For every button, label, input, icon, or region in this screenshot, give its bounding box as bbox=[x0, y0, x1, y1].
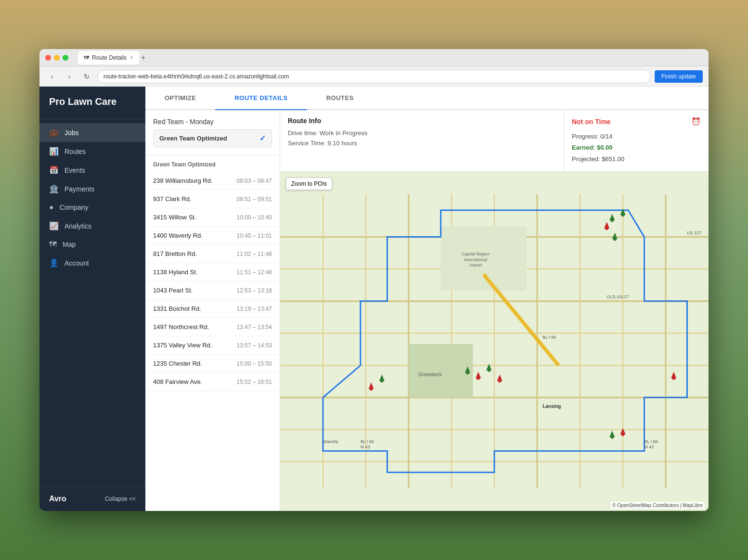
status-header: Not on Time ⏰ bbox=[572, 117, 701, 126]
analytics-icon: 📈 bbox=[49, 221, 59, 230]
list-item[interactable]: 937 Clark Rd. 08:51 – 09:51 bbox=[145, 190, 280, 208]
tab-bar: 🗺 Route Details ✕ + bbox=[78, 51, 703, 64]
check-icon: ✓ bbox=[259, 134, 266, 143]
selected-route-label: Green Team Optimized bbox=[159, 135, 227, 142]
route-address: 1497 Northcrest Rd. bbox=[153, 323, 209, 331]
sidebar-item-payments[interactable]: 🏦 Payments bbox=[39, 179, 145, 198]
content-area: Red Team - Monday Green Team Optimized ✓… bbox=[145, 110, 709, 511]
route-address: 408 Fairview Ave. bbox=[153, 378, 202, 385]
svg-text:Capital Region: Capital Region bbox=[462, 252, 490, 257]
sidebar-footer: Avro Collapse << bbox=[39, 486, 145, 511]
sidebar-item-account[interactable]: 👤 Account bbox=[39, 254, 145, 272]
tab-route-details[interactable]: ROUTE DETAILS bbox=[215, 87, 307, 110]
fullscreen-button[interactable] bbox=[63, 55, 68, 61]
finish-update-button[interactable]: Finish update bbox=[655, 70, 703, 83]
list-item[interactable]: 3415 Willow St. 10:00 – 10:40 bbox=[145, 208, 280, 227]
list-item[interactable]: 1138 Hyland St. 11:51 – 12:48 bbox=[145, 263, 280, 281]
selector-area: Red Team - Monday Green Team Optimized ✓ bbox=[145, 110, 280, 155]
list-item[interactable]: 408 Fairview Ave. 15:52 – 16:51 bbox=[145, 373, 280, 391]
svg-point-56 bbox=[672, 377, 675, 380]
sidebar-item-events[interactable]: 📅 Events bbox=[39, 161, 145, 179]
route-time: 13:57 – 14:53 bbox=[237, 342, 272, 349]
list-item[interactable]: 1400 Waverly Rd. 10:45 – 11:01 bbox=[145, 227, 280, 245]
forward-button[interactable]: › bbox=[63, 70, 76, 83]
svg-point-48 bbox=[488, 369, 491, 372]
svg-point-36 bbox=[610, 219, 614, 222]
sidebar-item-label: Account bbox=[64, 259, 89, 267]
route-time: 11:02 – 11:48 bbox=[237, 251, 272, 257]
svg-point-44 bbox=[466, 371, 469, 375]
svg-point-46 bbox=[477, 377, 480, 380]
svg-text:International: International bbox=[464, 257, 488, 262]
sidebar-divider bbox=[39, 119, 145, 119]
route-list: 238 Williamsburg Rd. 08:03 – 08:47 937 C… bbox=[145, 172, 280, 391]
main-content: OPTIMIZE ROUTE DETAILS ROUTES Red Team -… bbox=[145, 87, 709, 511]
svg-point-54 bbox=[380, 380, 384, 383]
zoom-to-pois-button[interactable]: Zoom to POIs bbox=[286, 178, 332, 190]
browser-tab[interactable]: 🗺 Route Details ✕ bbox=[78, 51, 139, 64]
progress-stat: Progress: 0/14 bbox=[572, 131, 701, 142]
svg-text:M 43: M 43 bbox=[645, 445, 654, 449]
sidebar-item-label: Events bbox=[64, 166, 85, 174]
back-button[interactable]: ‹ bbox=[45, 70, 59, 83]
tab-routes[interactable]: ROUTES bbox=[307, 87, 373, 110]
new-tab-button[interactable]: + bbox=[141, 53, 145, 62]
sidebar-item-label: Company bbox=[60, 204, 89, 211]
route-address: 1375 Valley View Rd. bbox=[153, 342, 212, 349]
close-button[interactable] bbox=[45, 55, 51, 61]
list-item[interactable]: 1043 Pearl St. 12:53 – 13:18 bbox=[145, 281, 280, 300]
sidebar-item-routes[interactable]: 📊 Routes bbox=[39, 142, 145, 161]
list-item[interactable]: 1235 Chester Rd. 15:00 – 15:50 bbox=[145, 355, 280, 373]
svg-text:US 127: US 127 bbox=[687, 230, 702, 235]
team-selector[interactable]: Green Team Optimized ✓ bbox=[153, 129, 272, 147]
account-icon: 👤 bbox=[49, 258, 59, 267]
minimize-button[interactable] bbox=[54, 55, 60, 61]
browser-toolbar: ‹ › ↻ route-tracker-web-beta.e4thnh0rkdn… bbox=[39, 66, 709, 87]
sidebar-item-analytics[interactable]: 📈 Analytics bbox=[39, 216, 145, 235]
reload-button[interactable]: ↻ bbox=[80, 70, 93, 83]
jobs-icon: 💼 bbox=[49, 128, 59, 137]
route-info-panel: Route Info Drive time: Work in Progress … bbox=[280, 110, 564, 171]
team-day-label: Red Team - Monday bbox=[153, 118, 272, 126]
route-time: 13:19 – 13:47 bbox=[237, 305, 272, 312]
address-bar[interactable]: route-tracker-web-beta.e4thnh0rkdnq6.us-… bbox=[97, 70, 651, 83]
svg-text:OLD US-27: OLD US-27 bbox=[607, 295, 629, 300]
list-item[interactable]: 1375 Valley View Rd. 13:57 – 14:53 bbox=[145, 336, 280, 355]
route-address: 1400 Waverly Rd. bbox=[153, 232, 203, 239]
sidebar-company-name: Pro Lawn Care bbox=[39, 96, 145, 119]
sidebar-item-company[interactable]: ● Company bbox=[39, 198, 145, 216]
tab-title: Route Details bbox=[92, 54, 127, 61]
sidebar: Pro Lawn Care 💼 Jobs 📊 Routes 📅 Events 🏦… bbox=[39, 87, 145, 511]
traffic-lights bbox=[45, 55, 68, 61]
route-address: 1235 Chester Rd. bbox=[153, 360, 202, 367]
map-area: Zoom to POIs bbox=[280, 172, 709, 511]
sidebar-item-map[interactable]: 🗺 Map bbox=[39, 235, 145, 254]
collapse-button[interactable]: Collapse << bbox=[105, 496, 136, 502]
drive-time: Drive time: Work in Progress bbox=[288, 128, 556, 139]
map-svg: Groesbeck Capital Region International A… bbox=[280, 172, 709, 511]
sidebar-item-jobs[interactable]: 💼 Jobs bbox=[39, 123, 145, 142]
route-address: 1043 Pearl St. bbox=[153, 287, 193, 294]
svg-text:BL I 96: BL I 96 bbox=[542, 335, 556, 340]
tab-favicon: 🗺 bbox=[84, 55, 89, 61]
route-address: 3415 Willow St. bbox=[153, 214, 196, 221]
timer-icon: ⏰ bbox=[691, 117, 701, 126]
sidebar-item-label: Analytics bbox=[64, 222, 91, 230]
list-item[interactable]: 1497 Northcrest Rd. 13:47 – 13:54 bbox=[145, 318, 280, 336]
route-info-title: Route Info bbox=[288, 117, 556, 125]
list-item[interactable]: 817 Bretton Rd. 11:02 – 11:48 bbox=[145, 245, 280, 263]
svg-rect-18 bbox=[409, 344, 473, 397]
route-address: 238 Williamsburg Rd. bbox=[153, 177, 213, 184]
svg-point-52 bbox=[370, 387, 373, 391]
route-time: 11:51 – 12:48 bbox=[237, 269, 272, 276]
tab-close-button[interactable]: ✕ bbox=[129, 55, 133, 60]
route-time: 08:03 – 08:47 bbox=[237, 178, 272, 184]
list-item[interactable]: 1331 Boichot Rd. 13:19 – 13:47 bbox=[145, 300, 280, 318]
status-label: Not on Time bbox=[572, 118, 611, 126]
route-time: 15:00 – 15:50 bbox=[237, 360, 272, 367]
list-item[interactable]: 238 Williamsburg Rd. 08:03 – 08:47 bbox=[145, 172, 280, 190]
svg-text:Lansing: Lansing bbox=[542, 404, 561, 409]
tab-optimize[interactable]: OPTIMIZE bbox=[145, 87, 215, 110]
route-time: 10:45 – 11:01 bbox=[237, 232, 272, 239]
svg-text:BL I 69: BL I 69 bbox=[645, 439, 658, 444]
